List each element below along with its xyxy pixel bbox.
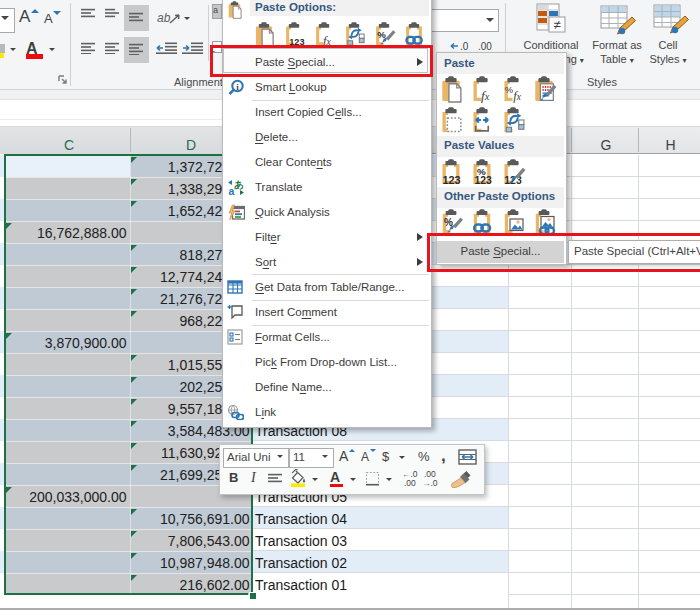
svg-text:%: % — [505, 85, 513, 95]
svg-text:fx: fx — [481, 88, 490, 103]
svg-text:a: a — [229, 184, 235, 196]
svg-text:→.0: →.0 — [422, 478, 438, 488]
svg-text:あ: あ — [234, 179, 244, 190]
svg-text:.0: .0 — [460, 41, 469, 51]
svg-text:≠: ≠ — [553, 17, 560, 32]
svg-text:123: 123 — [442, 174, 460, 186]
svg-text:123: 123 — [474, 175, 492, 186]
svg-text:.00: .00 — [478, 41, 492, 51]
svg-text:.00: .00 — [404, 478, 416, 488]
svg-text:fx: fx — [513, 89, 521, 103]
